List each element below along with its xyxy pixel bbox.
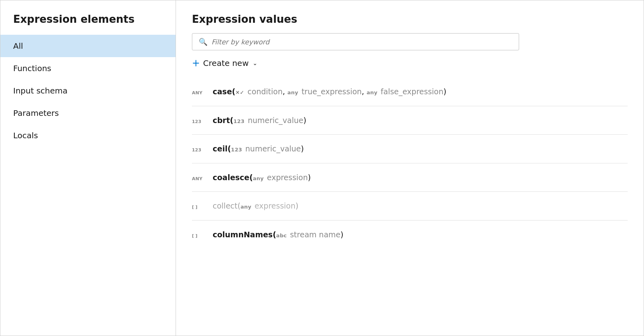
close-paren-coalesce: ) [308, 173, 311, 182]
right-panel-title: Expression values [192, 13, 628, 25]
param-name-case-2: false_expression [381, 87, 443, 96]
close-paren-ceil: ) [301, 144, 304, 153]
separator [192, 106, 628, 106]
function-name-cbrt: cbrt( [213, 116, 233, 125]
function-signature-cbrt: cbrt(123 numeric_value) [213, 115, 306, 126]
sidebar-item-locals[interactable]: Locals [0, 124, 176, 147]
separator [192, 163, 628, 163]
function-name-case: case( [213, 87, 235, 96]
param-type-case-0: ✕✓ [235, 89, 244, 95]
type-badge-collect: [ ] [192, 205, 206, 209]
function-item-cbrt[interactable]: 123cbrt(123 numeric_value) [192, 108, 628, 133]
sidebar-item-parameters[interactable]: Parameters [0, 102, 176, 124]
separator [192, 191, 628, 192]
type-badge-ceil: 123 [192, 148, 206, 152]
separator [192, 220, 628, 221]
param-type-collect-0: ANY [241, 204, 251, 210]
function-list: ANYcase(✕✓ condition, ANY true_expressio… [192, 79, 628, 247]
param-name-ceil-0: numeric_value [245, 144, 301, 153]
search-bar: 🔍 [192, 33, 519, 50]
sidebar-item-all[interactable]: All [0, 35, 176, 57]
create-new-label: Create new [203, 58, 249, 68]
type-badge-coalesce: ANY [192, 177, 206, 181]
left-panel: Expression elements AllFunctionsInput sc… [0, 0, 176, 336]
function-name-collect: collect( [213, 201, 241, 210]
param-name-coalesce-0: expression [267, 173, 308, 182]
function-item-ceil[interactable]: 123ceil(123 numeric_value) [192, 136, 628, 161]
plus-icon: + [192, 58, 200, 68]
create-new-button[interactable]: + Create new ⌄ [192, 58, 628, 68]
param-name-case-1: true_expression [302, 87, 362, 96]
function-signature-ceil: ceil(123 numeric_value) [213, 143, 304, 154]
type-badge-case: ANY [192, 91, 206, 95]
param-type-cbrt-0: 123 [233, 118, 245, 124]
sidebar-item-functions[interactable]: Functions [0, 57, 176, 80]
search-input[interactable] [211, 38, 512, 46]
search-icon: 🔍 [199, 38, 207, 46]
param-type-ceil-0: 123 [231, 147, 242, 153]
function-item-case[interactable]: ANYcase(✕✓ condition, ANY true_expressio… [192, 79, 628, 104]
separator [192, 134, 628, 135]
param-name-cbrt-0: numeric_value [248, 116, 303, 125]
function-signature-coalesce: coalesce(ANY expression) [213, 172, 311, 183]
function-name-coalesce: coalesce( [213, 173, 253, 182]
param-type-case-2: ANY [367, 89, 377, 95]
close-paren-collect: ) [295, 201, 298, 210]
close-paren-case: ) [443, 87, 446, 96]
param-type-columnNames-0: abc [276, 233, 287, 239]
right-panel: Expression values 🔍 + Create new ⌄ ANYca… [176, 0, 644, 336]
param-name-case-0: condition [247, 87, 282, 96]
main-container: Expression elements AllFunctionsInput sc… [0, 0, 644, 336]
function-signature-case: case(✕✓ condition, ANY true_expression, … [213, 86, 446, 97]
type-badge-cbrt: 123 [192, 119, 206, 124]
sidebar-item-input-schema[interactable]: Input schema [0, 80, 176, 102]
function-item-columnNames[interactable]: [ ]columnNames(abc stream name) [192, 222, 628, 247]
close-paren-cbrt: ) [303, 116, 306, 125]
param-type-coalesce-0: ANY [253, 175, 264, 181]
left-panel-title: Expression elements [0, 13, 176, 35]
nav-items-list: AllFunctionsInput schemaParametersLocals [0, 35, 176, 147]
param-name-collect-0: expression [255, 201, 296, 210]
function-signature-collect: collect(ANY expression) [213, 201, 298, 211]
function-item-coalesce[interactable]: ANYcoalesce(ANY expression) [192, 165, 628, 190]
function-item-collect[interactable]: [ ]collect(ANY expression) [192, 193, 628, 219]
function-name-ceil: ceil( [213, 144, 231, 153]
close-paren-columnNames: ) [340, 230, 343, 239]
param-name-columnNames-0: stream name [290, 230, 341, 239]
function-name-columnNames: columnNames( [213, 230, 276, 239]
chevron-down-icon: ⌄ [253, 60, 257, 66]
type-badge-columnNames: [ ] [192, 234, 206, 238]
function-signature-columnNames: columnNames(abc stream name) [213, 229, 344, 240]
param-type-case-1: ANY [287, 89, 298, 95]
